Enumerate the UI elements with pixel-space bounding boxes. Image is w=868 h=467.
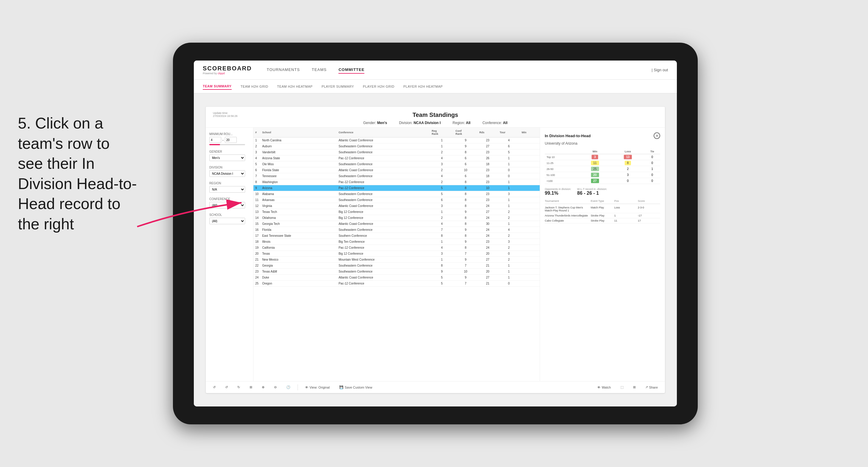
sub-nav-team-h2h-grid[interactable]: TEAM H2H GRID (241, 84, 268, 90)
h2h-team: University of Arizona (545, 142, 660, 146)
table-row[interactable]: 1 North Carolina Atlantic Coast Conferen… (253, 137, 540, 144)
h2h-table: Win Loss Tie Top 10 3 13 0 11-25 11 8 0 … (545, 149, 660, 184)
filter-division-select[interactable]: NCAA Division I (209, 170, 245, 177)
h2h-tie: 1 (644, 166, 660, 172)
nav-item-teams[interactable]: TEAMS (312, 66, 327, 74)
nav-item-committee[interactable]: COMMITTEE (338, 66, 364, 74)
h2h-tie: 0 (644, 172, 660, 178)
cell-rank: 11 (253, 197, 260, 203)
nav-item-tournaments[interactable]: TOURNAMENTS (267, 66, 300, 74)
cell-school: Texas Tech (260, 209, 337, 215)
table-row[interactable]: 24 Duke Atlantic Coast Conference 5 9 27… (253, 275, 540, 281)
redo-button[interactable]: ↻ (235, 384, 242, 391)
cell-school: East Tennessee State (260, 233, 337, 239)
share-button[interactable]: ↗ Share (643, 384, 660, 391)
table-row[interactable]: 5 Ole Miss Southeastern Conference 3 6 1… (253, 161, 540, 167)
save-custom-button[interactable]: 💾 Save Custom View (337, 384, 375, 391)
cell-rank: 19 (253, 245, 260, 251)
table-row[interactable]: 8 Washington Pac-12 Conference 2 8 23 1 (253, 179, 540, 185)
panel-header-inner: Update time: 27/03/2024 16:56:26 Team St… (213, 112, 658, 125)
table-row[interactable]: 4 Arizona State Pac-12 Conference 4 6 26… (253, 155, 540, 161)
cell-rds: 23 (477, 197, 498, 203)
table-row[interactable]: 22 Georgia Southeastern Conference 8 7 2… (253, 263, 540, 269)
cell-reg-rank: 3 (430, 203, 454, 209)
sub-nav-player-summary[interactable]: PLAYER SUMMARY (321, 84, 354, 90)
sub-nav-team-h2h-heatmap[interactable]: TEAM H2H HEATMAP (277, 84, 312, 90)
sub-nav-team-summary[interactable]: TEAM SUMMARY (203, 83, 232, 90)
minus-button[interactable]: ⊖ (272, 384, 279, 391)
plus-button[interactable]: ⊕ (259, 384, 267, 391)
cell-conf-rank: 7 (454, 281, 478, 287)
table-row[interactable]: 14 Oklahoma Big 12 Conference 2 8 24 2 (253, 215, 540, 221)
view-original-button[interactable]: 👁 View: Original (303, 384, 332, 391)
tournament-name: Jackson T. Stephens Cup Men's Match-Play… (545, 206, 589, 212)
col-conference: Conference (337, 128, 430, 137)
table-row[interactable]: 23 Texas A&M Southeastern Conference 9 1… (253, 269, 540, 275)
cell-tour: 1 (498, 161, 520, 167)
cell-conference: Southeastern Conference (337, 173, 430, 179)
slider-bar[interactable] (209, 144, 245, 145)
cell-conf-rank: 8 (454, 191, 478, 197)
sub-nav-player-h2h-grid[interactable]: PLAYER H2H GRID (363, 84, 395, 90)
panel-meta: Gender: Men's Division: NCAA Division I … (363, 121, 507, 125)
copy-button[interactable]: ⊞ (247, 384, 255, 391)
cell-school: Vanderbilt (260, 149, 337, 155)
table-row[interactable]: 18 Illinois Big Ten Conference 1 9 23 3 (253, 239, 540, 245)
filter-max-rounds-input[interactable] (225, 137, 237, 143)
filter-min-rounds-input[interactable] (209, 137, 221, 143)
table-row[interactable]: 9 Arizona Pac-12 Conference 5 8 10 1 (253, 185, 540, 191)
h2h-loss: 8 (611, 160, 644, 166)
cell-school: Florida (260, 227, 337, 233)
tournament-score: 2-3-0 (638, 206, 660, 212)
cell-rank: 2 (253, 144, 260, 149)
table-row[interactable]: 17 East Tennessee State Southern Confere… (253, 233, 540, 239)
cell-tour: 2 (498, 215, 520, 221)
cell-tour: 1 (498, 197, 520, 203)
undo-button[interactable]: ↺ (211, 384, 218, 391)
tablet-frame: SCOREBOARD Powered by clippd TOURNAMENTS… (173, 43, 698, 424)
logo-scoreboard: SCOREBOARD (203, 65, 252, 72)
table-row[interactable]: 13 Texas Tech Big 12 Conference 1 9 27 2 (253, 209, 540, 215)
table-row[interactable]: 20 Texas Big 12 Conference 3 7 20 0 (253, 251, 540, 257)
table-row[interactable]: 7 Tennessee Southeastern Conference 4 6 … (253, 173, 540, 179)
table-row[interactable]: 21 New Mexico Mountain West Conference 1… (253, 257, 540, 263)
col-reg-rank: RegRank (430, 128, 454, 137)
clock-button[interactable]: 🕐 (284, 384, 293, 391)
table-row[interactable]: 3 Vanderbilt Southeastern Conference 2 8… (253, 149, 540, 155)
cell-rank: 24 (253, 275, 260, 281)
toolbar-icon-btn1[interactable]: ⬚ (618, 384, 626, 391)
table-row[interactable]: 11 Arkansas Southeastern Conference 6 8 … (253, 197, 540, 203)
cell-reg-rank: 1 (430, 239, 454, 245)
table-row[interactable]: 15 Georgia Tech Atlantic Coast Conferenc… (253, 221, 540, 227)
toolbar-icon-btn2[interactable]: ⊞ (631, 384, 638, 391)
h2h-opponents-stat: Opponents in division: 99.1% (545, 188, 571, 196)
filter-rounds-sep: - (222, 138, 224, 142)
h2h-col-loss: Loss (611, 149, 644, 154)
filter-gender-select[interactable]: Men's (209, 154, 245, 161)
cell-reg-rank: 8 (430, 233, 454, 239)
table-row[interactable]: 25 Oregon Pac-12 Conference 5 7 21 0 (253, 281, 540, 287)
table-row[interactable]: 2 Auburn Southeastern Conference 1 9 27 … (253, 144, 540, 149)
sub-nav-player-h2h-heatmap[interactable]: PLAYER H2H HEATMAP (403, 84, 443, 90)
filter-min-rounds-label: Minimum Rou... (209, 132, 250, 136)
table-row[interactable]: 19 California Pac-12 Conference 4 8 24 2 (253, 245, 540, 251)
cell-rank: 14 (253, 215, 260, 221)
cell-win (520, 215, 540, 221)
sign-out-link[interactable]: | Sign out (652, 68, 668, 72)
cell-conf-rank: 8 (454, 233, 478, 239)
cell-win (520, 263, 540, 269)
table-row[interactable]: 6 Florida State Atlantic Coast Conferenc… (253, 167, 540, 173)
h2h-close-button[interactable]: ✕ (654, 132, 660, 139)
cell-conference: Southeastern Conference (337, 263, 430, 269)
table-row[interactable]: 16 Florida Southeastern Conference 7 9 2… (253, 227, 540, 233)
table-row[interactable]: 10 Alabama Southeastern Conference 5 8 2… (253, 191, 540, 197)
tournament-pos: Loss (614, 206, 637, 212)
tournament-col-score: Score (638, 199, 660, 203)
watch-button[interactable]: 👁 Watch (595, 384, 613, 391)
h2h-win: 11 (579, 160, 611, 166)
cell-school: Ole Miss (260, 161, 337, 167)
table-row[interactable]: 12 Virginia Atlantic Coast Conference 3 … (253, 203, 540, 209)
cell-school: Tennessee (260, 173, 337, 179)
cell-rank: 6 (253, 167, 260, 173)
undo2-button[interactable]: ↺ (223, 384, 230, 391)
